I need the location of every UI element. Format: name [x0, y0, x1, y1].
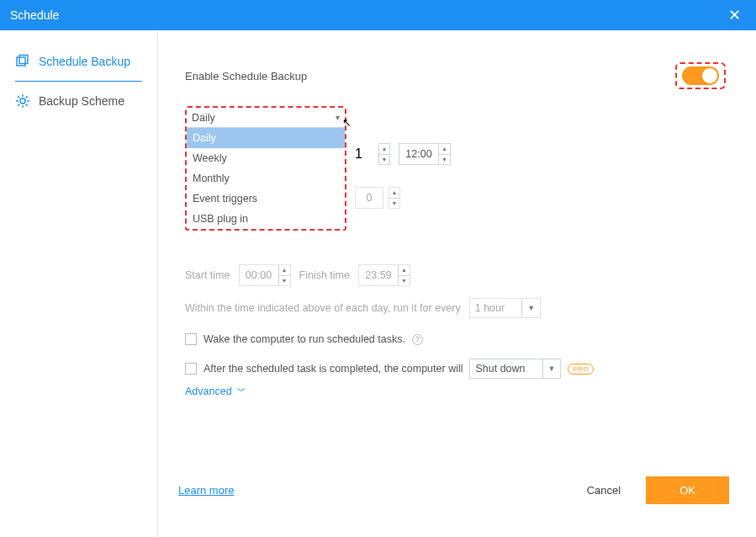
- interval-select[interactable]: 1 hour ▼: [469, 298, 541, 318]
- frequency-option-monthly[interactable]: Monthly: [187, 168, 345, 189]
- after-row: After the scheduled task is completed, t…: [185, 359, 594, 379]
- spinner-down-icon[interactable]: ▼: [439, 155, 450, 165]
- count-spinner[interactable]: ▲ ▼: [389, 187, 400, 209]
- titlebar: Schedule ✕: [0, 0, 756, 30]
- highlight-toggle: [675, 62, 726, 89]
- finish-time-label: Finish time: [299, 269, 350, 281]
- frequency-select[interactable]: Daily ▾ ↖: [187, 108, 345, 128]
- advanced-label: Advanced: [185, 385, 232, 397]
- enable-row: Enable Schedule Backup: [178, 51, 732, 98]
- cursor-icon: ↖: [342, 116, 352, 129]
- time-row-2: 0 ▲ ▼: [355, 187, 400, 209]
- advanced-link[interactable]: Advanced ︾: [185, 385, 246, 397]
- spinner-down-icon[interactable]: ▼: [279, 276, 290, 286]
- time2-value: 12:00: [399, 148, 438, 160]
- frequency-selected-value: Daily: [192, 112, 215, 124]
- frequency-option-weekly[interactable]: Weekly: [187, 148, 345, 168]
- finish-time-input[interactable]: 23:59 ▲ ▼: [358, 264, 410, 286]
- spinner-up-icon[interactable]: ▲: [379, 144, 389, 155]
- sidebar: Schedule Backup Backup Scheme: [0, 30, 158, 537]
- toggle-knob: [702, 68, 717, 83]
- frequency-option-daily[interactable]: Daily: [187, 128, 345, 148]
- stack-icon: [15, 54, 30, 69]
- cancel-button[interactable]: Cancel: [577, 477, 631, 503]
- after-checkbox[interactable]: [185, 363, 197, 375]
- spinner-down-icon[interactable]: ▼: [389, 199, 399, 209]
- wake-label: Wake the computer to run scheduled tasks…: [204, 333, 405, 345]
- spinner-down-icon[interactable]: ▼: [399, 276, 410, 286]
- wake-row: Wake the computer to run scheduled tasks…: [185, 333, 423, 345]
- start-time-input[interactable]: 00:00 ▲ ▼: [239, 264, 291, 286]
- after-action-select[interactable]: Shut down ▼: [469, 359, 561, 379]
- frequency-option-usb-plugin[interactable]: USB plug in: [187, 209, 345, 229]
- count-value: 0: [356, 192, 383, 204]
- enable-label: Enable Schedule Backup: [185, 70, 307, 82]
- window-title: Schedule: [10, 8, 723, 22]
- after-label: After the scheduled task is completed, t…: [204, 363, 463, 375]
- close-icon[interactable]: ✕: [723, 6, 746, 24]
- frequency-dropdown-list: Daily Weekly Monthly Event triggers USB …: [187, 128, 345, 229]
- start-finish-row: Start time 00:00 ▲ ▼ Finish time 23:59 ▲…: [185, 264, 410, 286]
- sidebar-item-label: Schedule Backup: [39, 55, 130, 68]
- spinner-up-icon[interactable]: ▲: [399, 265, 410, 276]
- highlight-frequency-dropdown: Daily ▾ ↖ Daily Weekly Monthly Event tri…: [185, 106, 346, 231]
- partial-value: 1: [355, 146, 370, 162]
- frequency-option-event-triggers[interactable]: Event triggers: [187, 189, 345, 209]
- dialog-footer: Learn more Cancel OK: [158, 466, 756, 513]
- sidebar-item-label: Backup Scheme: [39, 94, 124, 108]
- main-area: Enable Schedule Backup Daily ▾ ↖ Daily W…: [158, 30, 756, 537]
- svg-rect-1: [19, 56, 28, 64]
- interval-value: 1 hour: [475, 302, 505, 314]
- time2-spinner[interactable]: ▲ ▼: [438, 144, 450, 164]
- time2-input[interactable]: 12:00 ▲ ▼: [399, 143, 451, 165]
- ok-button[interactable]: OK: [646, 476, 729, 504]
- count-input[interactable]: 0: [355, 187, 383, 209]
- time1-spinner[interactable]: ▲ ▼: [378, 143, 390, 165]
- learn-more-link[interactable]: Learn more: [178, 484, 234, 497]
- chevron-down-icon: ▼: [521, 299, 535, 317]
- schedule-panel: Enable Schedule Backup Daily ▾ ↖ Daily W…: [178, 51, 732, 466]
- enable-toggle[interactable]: [682, 66, 719, 85]
- gear-icon: [15, 93, 30, 109]
- start-time-label: Start time: [185, 269, 230, 281]
- finish-time-spinner[interactable]: ▲ ▼: [398, 265, 410, 285]
- finish-time-value: 23:59: [359, 269, 398, 281]
- spinner-up-icon[interactable]: ▲: [279, 265, 290, 276]
- dialog-body: Schedule Backup Backup Scheme Enable Sch…: [0, 30, 756, 537]
- spinner-up-icon[interactable]: ▲: [389, 188, 399, 199]
- after-action-value: Shut down: [475, 363, 525, 375]
- spinner-up-icon[interactable]: ▲: [439, 144, 450, 155]
- spinner-down-icon[interactable]: ▼: [379, 155, 389, 165]
- wake-checkbox[interactable]: [185, 333, 197, 345]
- chevron-down-icon: ▼: [542, 359, 556, 378]
- sidebar-item-schedule-backup[interactable]: Schedule Backup: [15, 42, 142, 82]
- sidebar-item-backup-scheme[interactable]: Backup Scheme: [0, 82, 157, 120]
- start-time-spinner[interactable]: ▲ ▼: [278, 265, 290, 285]
- interval-row: Within the time indicated above of each …: [185, 298, 541, 318]
- double-chevron-down-icon: ︾: [237, 385, 246, 397]
- svg-point-2: [20, 98, 25, 104]
- interval-label: Within the time indicated above of each …: [185, 302, 461, 314]
- time-row-1: 1 ▲ ▼ 12:00 ▲ ▼: [355, 143, 451, 165]
- chevron-down-icon: ▾: [336, 113, 340, 122]
- start-time-value: 00:00: [240, 269, 278, 281]
- svg-rect-0: [17, 57, 25, 66]
- help-icon[interactable]: ?: [412, 334, 423, 345]
- pro-badge: PRO: [568, 364, 594, 375]
